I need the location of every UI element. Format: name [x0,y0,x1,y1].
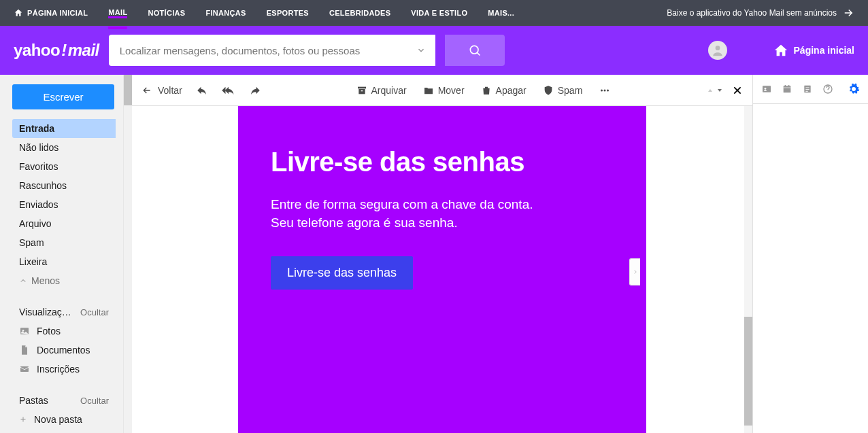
message-scrollbar[interactable] [744,106,752,433]
sidebar: Escrever Entrada Não lidos Favoritos Ras… [0,75,132,433]
nav-sports[interactable]: ESPORTES [267,9,309,17]
svg-rect-4 [20,366,29,372]
views-hide[interactable]: Ocultar [80,307,109,317]
move-label: Mover [438,85,465,96]
pastas-header-label: Pastas [19,395,48,406]
view-label: Documentos [37,345,90,356]
rail-help-button[interactable] [822,84,833,94]
new-folder-label: Nova pasta [34,414,82,425]
email-text: Entre de forma segura com a chave da con… [271,196,614,232]
folder-label: Enviados [19,199,59,210]
home-link[interactable]: Página inicial [773,43,854,58]
rail-calendar-button[interactable] [782,84,792,94]
close-button[interactable] [732,85,743,96]
svg-point-7 [601,89,603,91]
nav-promo-link[interactable]: Baixe o aplicativo do Yahoo Mail sem anú… [667,7,854,19]
view-photos[interactable]: Fotos [12,322,116,341]
back-button[interactable]: Voltar [141,85,182,96]
nav-home-label: PÁGINA INICIAL [27,9,88,17]
folder-less[interactable]: Menos [12,271,116,290]
move-icon [423,85,434,96]
arrow-left-icon [141,85,152,96]
svg-point-9 [607,89,609,91]
folder-trash[interactable]: Lixeira [12,252,116,271]
rail-settings-button[interactable] [848,83,860,95]
logo[interactable]: yahoo!mail [14,41,99,60]
trash-icon [481,85,492,96]
view-documents[interactable]: Documentos [12,341,116,360]
nav-home[interactable]: PÁGINA INICIAL [14,8,88,18]
compose-button[interactable]: Escrever [12,84,114,109]
next-message-button[interactable] [716,86,724,94]
nav-mail[interactable]: MAIL [108,8,127,18]
prev-message-button[interactable] [706,86,714,94]
pastas-hide[interactable]: Ocultar [80,396,109,406]
top-nav-bar: PÁGINA INICIAL MAIL NOTÍCIAS FINANÇAS ES… [0,0,868,26]
archive-button[interactable]: Arquivar [356,84,407,97]
view-subscriptions[interactable]: Inscrições [12,360,116,379]
folder-inbox[interactable]: Entrada [12,119,116,138]
nav-finance[interactable]: FINANÇAS [205,9,246,17]
gear-icon [848,83,860,95]
user-icon [711,44,724,57]
svg-point-8 [604,89,606,91]
chevron-up-icon [19,277,27,285]
rail-collapse-button[interactable] [629,258,640,285]
folder-label: Rascunhos [19,180,67,191]
avatar[interactable] [708,41,727,60]
svg-point-1 [715,46,720,50]
new-folder[interactable]: Nova pasta [12,410,116,429]
move-button[interactable]: Mover [423,84,465,97]
forward-button[interactable] [249,84,261,97]
nav-more-label: MAIS... [488,9,514,17]
nav-life[interactable]: VIDA E ESTILO [411,9,467,17]
email-cta-button[interactable]: Livre-se das senhas [271,256,413,290]
folder-label: Arquivo [19,218,51,229]
rail-notes-button[interactable] [802,84,813,94]
search-box[interactable] [109,35,435,66]
documents-icon [19,345,30,356]
nav-celeb-label: CELEBRIDADES [329,9,390,17]
nav-news-label: NOTÍCIAS [148,9,185,17]
search-chevron[interactable] [416,46,426,55]
spam-button[interactable]: Spam [543,84,583,97]
message-scroll: Livre-se das senhas Entre de forma segur… [132,106,752,433]
nav-celeb[interactable]: CELEBRIDADES [329,9,390,17]
folder-spam[interactable]: Spam [12,233,116,252]
folder-archive[interactable]: Arquivo [12,214,116,233]
email-title: Livre-se das senhas [271,147,614,177]
folder-sent[interactable]: Enviados [12,195,116,214]
header-bar: yahoo!mail Página inicial [0,26,868,75]
message-pane: Voltar Arquivar Mover Apagar [132,75,752,433]
folder-drafts[interactable]: Rascunhos [12,176,116,195]
forward-icon [249,84,261,97]
more-button[interactable] [599,84,611,97]
reply-button[interactable] [196,84,208,97]
nav-promo-label: Baixe o aplicativo do Yahoo Mail sem anú… [667,8,837,18]
nav-sports-label: ESPORTES [267,9,309,17]
search-button[interactable] [445,35,505,66]
search-input[interactable] [118,44,416,57]
nav-more[interactable]: MAIS... [488,9,514,17]
delete-button[interactable]: Apagar [481,84,527,97]
svg-rect-12 [784,86,791,92]
back-label: Voltar [158,85,182,96]
home-link-label: Página inicial [794,45,854,56]
right-rail [752,75,868,433]
logo-product: mail [68,41,99,60]
chevron-down-icon [416,46,426,55]
rail-contact-button[interactable] [761,84,772,94]
id-card-icon [761,84,772,94]
close-icon [732,85,743,96]
folder-favorites[interactable]: Favoritos [12,157,116,176]
message-scrollbar-thumb[interactable] [744,317,752,426]
sidebar-scrollbar-thumb[interactable] [124,75,132,105]
reply-all-button[interactable] [222,84,235,97]
nav-news[interactable]: NOTÍCIAS [148,9,185,17]
folder-label: Não lidos [19,142,59,153]
reply-all-icon [222,84,235,97]
folder-unread[interactable]: Não lidos [12,138,116,157]
view-label: Fotos [37,326,61,336]
nav-finance-label: FINANÇAS [205,9,246,17]
sidebar-scrollbar[interactable] [123,75,132,433]
